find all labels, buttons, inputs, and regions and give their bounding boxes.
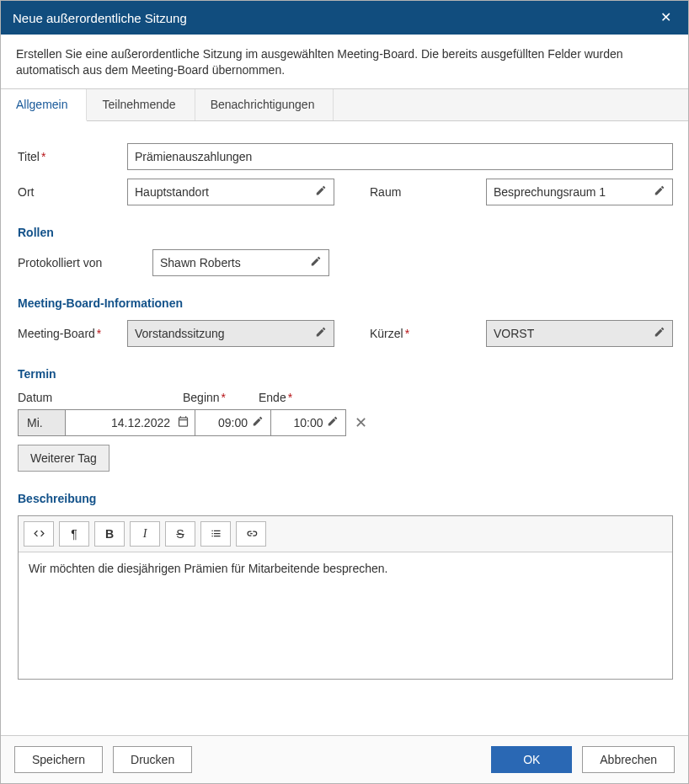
- label-room: Raum: [370, 185, 486, 199]
- pencil-icon: [315, 326, 327, 340]
- label-shortcode: Kürzel*: [370, 327, 486, 340]
- label-location: Ort: [18, 185, 127, 199]
- label-end: Ende*: [259, 391, 334, 409]
- location-field[interactable]: Hauptstandort: [127, 179, 334, 205]
- section-roles: Rollen: [18, 226, 673, 239]
- italic-icon[interactable]: I: [130, 521, 160, 547]
- paragraph-icon[interactable]: ¶: [59, 521, 89, 547]
- board-field[interactable]: Vorstandssitzung: [127, 320, 334, 347]
- remove-day-icon[interactable]: ✕: [355, 413, 367, 432]
- room-field[interactable]: Besprechungsraum 1: [486, 179, 673, 205]
- begin-field[interactable]: 09:00: [195, 409, 270, 436]
- section-description: Beschreibung: [18, 492, 673, 505]
- cancel-button[interactable]: Abbrechen: [582, 746, 675, 773]
- pencil-icon: [654, 326, 665, 340]
- strike-icon[interactable]: S: [165, 521, 195, 547]
- day-name: Mi.: [18, 409, 65, 436]
- footer: Speichern Drucken OK Abbrechen: [1, 735, 688, 783]
- close-icon[interactable]: ✕: [655, 8, 676, 28]
- end-field[interactable]: 10:00: [270, 409, 346, 436]
- ok-button[interactable]: OK: [491, 746, 572, 773]
- save-button[interactable]: Speichern: [14, 746, 103, 773]
- pencil-icon: [654, 184, 665, 199]
- label-date: Datum: [18, 391, 183, 409]
- link-icon[interactable]: [236, 521, 266, 547]
- dialog-title: Neue außerordentliche Sitzung: [13, 11, 655, 25]
- tab-general[interactable]: Allgemein: [1, 89, 87, 121]
- dialog: Neue außerordentliche Sitzung ✕ Erstelle…: [0, 0, 689, 784]
- label-begin: Beginn*: [183, 391, 259, 409]
- titlebar: Neue außerordentliche Sitzung ✕: [1, 1, 688, 35]
- code-icon[interactable]: [24, 521, 54, 547]
- rich-text-editor: ¶ B I S Wir möchten die diesjährigen Prä…: [18, 515, 673, 680]
- pencil-icon: [315, 184, 327, 199]
- form-area: Titel* Prämienauszahlungen Ort Hauptstan…: [1, 121, 688, 735]
- tab-participants[interactable]: Teilnehmende: [87, 89, 195, 120]
- minute-taker-field[interactable]: Shawn Roberts: [152, 249, 329, 276]
- calendar-icon: [177, 415, 190, 430]
- print-button[interactable]: Drucken: [113, 746, 192, 773]
- date-field[interactable]: 14.12.2022: [65, 409, 195, 436]
- shortcode-field[interactable]: VORST: [486, 320, 673, 347]
- section-termin: Termin: [18, 367, 673, 381]
- dialog-intro: Erstellen Sie eine außerordentliche Sitz…: [1, 35, 688, 88]
- tabs: Allgemein Teilnehmende Benachrichtigunge…: [1, 88, 688, 121]
- bold-icon[interactable]: B: [94, 521, 125, 547]
- description-field[interactable]: Wir möchten die diesjährigen Prämien für…: [19, 552, 672, 679]
- pencil-icon: [310, 255, 322, 269]
- label-title: Titel*: [18, 150, 127, 163]
- label-minute-taker: Protokolliert von: [18, 256, 152, 269]
- title-field[interactable]: Prämienauszahlungen: [127, 143, 673, 170]
- label-board: Meeting-Board*: [18, 327, 127, 340]
- section-board: Meeting-Board-Informationen: [18, 296, 673, 310]
- editor-toolbar: ¶ B I S: [19, 516, 672, 552]
- tab-notifications[interactable]: Benachrichtigungen: [195, 89, 334, 120]
- list-icon[interactable]: [200, 521, 231, 547]
- add-day-button[interactable]: Weiterer Tag: [18, 445, 109, 472]
